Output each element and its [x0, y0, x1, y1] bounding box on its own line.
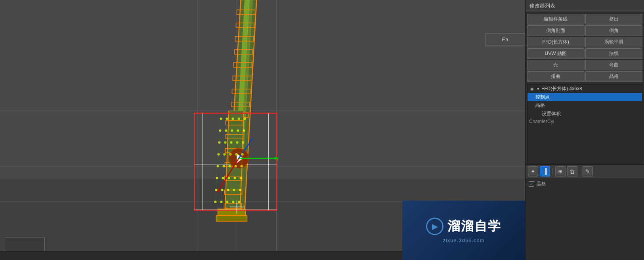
add-modifier-button[interactable]: ⊕ — [555, 166, 566, 176]
main-container: y — [0, 0, 644, 260]
stack-item-label-ffd: FFD(长方体) 4x6x8 — [541, 85, 582, 92]
lattice-checkbox[interactable]: ✓ — [529, 181, 534, 187]
status-bar — [0, 251, 402, 260]
toolbar-separator-2 — [580, 167, 580, 175]
right-bottom-section: ✓ 晶格 — [526, 178, 644, 190]
btn-ffd-box[interactable]: FFD(长方体) — [527, 37, 585, 47]
btn-normal[interactable]: 法线 — [585, 48, 643, 59]
btn-extrude[interactable]: 挤出 — [585, 14, 643, 25]
stack-item-label-set-volume: 设置体积 — [542, 110, 561, 117]
watermark-url: zixue.3d66.com — [443, 237, 484, 243]
modifier-stack[interactable]: ◉ ▼ FFD(长方体) 4x6x8 控制点 晶格 设置体积 ChamferCy… — [527, 84, 642, 163]
stack-eye-icon[interactable]: ◉ — [529, 86, 535, 92]
svg-text:y: y — [277, 156, 279, 161]
ea-button[interactable]: Ea — [485, 33, 525, 46]
toolbar-separator-1 — [552, 167, 553, 175]
edit-modifier-button[interactable]: ✎ — [583, 166, 593, 176]
btn-shell[interactable]: 壳 — [527, 60, 585, 70]
stack-item-control-points[interactable]: 控制点 — [527, 93, 642, 101]
lattice-checkbox-row: ✓ 晶格 — [527, 180, 642, 188]
svg-rect-34 — [216, 216, 247, 221]
stack-item-label-control-points: 控制点 — [535, 94, 550, 101]
btn-uvw-map[interactable]: UVW 贴图 — [527, 48, 585, 59]
modifier-buttons-grid: 编辑样条线 挤出 倒角剖面 倒角 FFD(长方体) 涡轮平滑 UVW 贴图 法线… — [526, 12, 644, 84]
watermark-logo: ▶ 溜溜自学 — [426, 218, 501, 235]
modifier-toolbar: ✦ ▐ ⊕ 🗑 ✎ — [526, 164, 644, 178]
btn-lattice[interactable]: 晶格 — [585, 71, 643, 82]
svg-rect-104 — [5, 237, 45, 253]
btn-bend[interactable]: 弯曲 — [585, 60, 643, 70]
viewport[interactable]: y — [0, 0, 525, 260]
stack-collapse-arrow[interactable]: ▼ — [536, 87, 540, 91]
pin-button[interactable]: ✦ — [528, 166, 538, 176]
stack-item-chamfer-cyl[interactable]: ChamferCyl — [527, 118, 642, 125]
btn-edit-spline[interactable]: 编辑样条线 — [527, 14, 585, 25]
stack-item-lattice-sub[interactable]: 晶格 — [527, 101, 642, 110]
delete-modifier-button[interactable]: 🗑 — [567, 166, 577, 176]
btn-twist[interactable]: 扭曲 — [527, 71, 585, 82]
stack-item-label-lattice-sub: 晶格 — [535, 102, 545, 109]
right-panel: 修改器列表 编辑样条线 挤出 倒角剖面 倒角 FFD(长方体) 涡轮平滑 UVW… — [525, 0, 644, 260]
modifier-configure-button[interactable]: ▐ — [540, 166, 550, 176]
stack-item-label-chamfer: ChamferCyl — [529, 119, 554, 124]
watermark: ▶ 溜溜自学 zixue.3d66.com — [402, 201, 525, 260]
btn-bevel[interactable]: 倒角 — [585, 25, 643, 36]
stack-item-set-volume[interactable]: 设置体积 — [527, 110, 642, 118]
btn-turbo-smooth[interactable]: 涡轮平滑 — [585, 37, 643, 47]
modifier-list-header: 修改器列表 — [526, 0, 644, 12]
stack-item-ffd[interactable]: ◉ ▼ FFD(长方体) 4x6x8 — [527, 85, 642, 93]
lattice-checkbox-label: 晶格 — [537, 180, 546, 187]
watermark-brand-name: 溜溜自学 — [447, 218, 501, 235]
btn-bevel-profile[interactable]: 倒角剖面 — [527, 25, 585, 36]
watermark-play-icon: ▶ — [426, 218, 443, 235]
